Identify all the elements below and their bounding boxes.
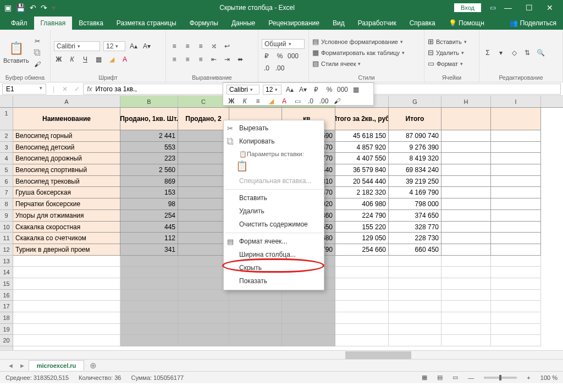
cell[interactable] bbox=[13, 267, 120, 278]
cell[interactable]: 406 980 bbox=[335, 198, 389, 210]
cell[interactable] bbox=[441, 130, 491, 142]
cell[interactable]: Продано, 1кв. Шт. bbox=[120, 108, 178, 130]
indent-inc-icon[interactable]: ⇥ bbox=[222, 54, 232, 64]
cell[interactable] bbox=[441, 278, 491, 290]
tab-formulas[interactable]: Формулы bbox=[183, 16, 225, 30]
row-header[interactable]: 7 bbox=[0, 187, 13, 198]
paste-icon[interactable]: 📋 bbox=[9, 41, 24, 56]
mini-toolbar[interactable]: Calibri▾ 12▾ A▴ A▾ ₽ % 000 ▦ Ж К ≡ ◢ A ▭… bbox=[223, 82, 374, 106]
cell[interactable] bbox=[178, 176, 229, 187]
cell[interactable]: 2 182 320 bbox=[335, 187, 389, 198]
format-painter-icon[interactable]: 🖌 bbox=[32, 59, 42, 69]
cell[interactable]: Наименование bbox=[13, 108, 120, 130]
fx-icon[interactable]: fx bbox=[87, 85, 92, 93]
ctx-clear[interactable]: Очистить содержимое bbox=[224, 218, 324, 231]
cell[interactable] bbox=[491, 108, 541, 130]
cell[interactable]: 328 770 bbox=[389, 222, 441, 233]
tab-layout[interactable]: Разметка страницы bbox=[110, 16, 183, 30]
cell[interactable] bbox=[491, 187, 541, 198]
cell[interactable]: Турник в дверной проем bbox=[13, 244, 120, 256]
cell[interactable] bbox=[178, 187, 229, 198]
cell[interactable] bbox=[441, 335, 491, 346]
cell[interactable] bbox=[120, 335, 178, 346]
cell[interactable] bbox=[335, 301, 389, 312]
cell[interactable] bbox=[229, 312, 282, 324]
cell[interactable]: 254 660 bbox=[335, 244, 389, 256]
align-left-icon[interactable]: ≡ bbox=[169, 54, 179, 64]
row-header[interactable]: 13 bbox=[0, 256, 13, 267]
dec-dec-icon[interactable]: .00 bbox=[275, 63, 285, 73]
cell[interactable]: 45 618 150 bbox=[335, 130, 389, 142]
view-pagebreak-icon[interactable]: ▭ bbox=[452, 374, 458, 381]
cell[interactable] bbox=[335, 278, 389, 290]
cell[interactable] bbox=[178, 278, 229, 290]
view-layout-icon[interactable]: ▤ bbox=[437, 374, 443, 381]
cell[interactable] bbox=[441, 164, 491, 176]
currency-icon[interactable]: ₽ bbox=[262, 51, 272, 61]
mini-size[interactable]: 12▾ bbox=[263, 85, 282, 95]
cell[interactable]: 9 276 390 bbox=[389, 142, 441, 153]
cell[interactable] bbox=[178, 210, 229, 222]
cell[interactable] bbox=[441, 290, 491, 301]
cell[interactable] bbox=[441, 222, 491, 233]
underline-button[interactable]: Ч bbox=[80, 54, 90, 64]
cell[interactable] bbox=[13, 256, 120, 267]
cell[interactable] bbox=[441, 198, 491, 210]
cell[interactable]: Итого за 2кв., руб. bbox=[335, 108, 389, 130]
cell[interactable] bbox=[13, 278, 120, 290]
sort-filter-icon[interactable]: ⇅ bbox=[522, 48, 532, 58]
cell[interactable]: 153 bbox=[120, 187, 178, 198]
cell[interactable] bbox=[178, 142, 229, 153]
row-header[interactable]: 1 bbox=[0, 108, 13, 130]
cell[interactable] bbox=[389, 324, 441, 335]
view-normal-icon[interactable]: ▦ bbox=[422, 374, 427, 381]
cell[interactable] bbox=[282, 335, 335, 346]
fill-icon[interactable]: ▾ bbox=[496, 48, 506, 58]
cell[interactable]: 155 220 bbox=[335, 222, 389, 233]
zoom-level[interactable]: 100 % bbox=[540, 374, 558, 381]
add-sheet-button[interactable]: ⊕ bbox=[85, 360, 101, 372]
cell[interactable]: 129 050 bbox=[335, 233, 389, 244]
select-all-corner[interactable] bbox=[0, 96, 13, 108]
cell[interactable] bbox=[491, 335, 541, 346]
cell[interactable]: 112 bbox=[120, 233, 178, 244]
cell[interactable] bbox=[441, 256, 491, 267]
cell[interactable]: Скакалка скоростная bbox=[13, 222, 120, 233]
copy-icon[interactable]: ⿻ bbox=[32, 48, 42, 58]
cell[interactable] bbox=[282, 312, 335, 324]
mini-borders-icon[interactable]: ▭ bbox=[292, 96, 302, 106]
insert-cells[interactable]: ⊞Вставить ▾ bbox=[428, 37, 467, 46]
paste-label[interactable]: Вставить bbox=[3, 57, 29, 64]
cell[interactable] bbox=[441, 187, 491, 198]
tab-insert[interactable]: Вставка bbox=[72, 16, 110, 30]
conditional-fmt[interactable]: ▤Условное форматирование ▾ bbox=[312, 37, 405, 46]
cell[interactable] bbox=[178, 222, 229, 233]
tab-view[interactable]: Вид bbox=[326, 16, 351, 30]
align-top-icon[interactable]: ≡ bbox=[169, 41, 179, 51]
cell[interactable] bbox=[389, 290, 441, 301]
cell[interactable] bbox=[229, 290, 282, 301]
cell[interactable] bbox=[441, 301, 491, 312]
row-header[interactable]: 19 bbox=[0, 324, 13, 335]
find-icon[interactable]: 🔍 bbox=[536, 48, 545, 58]
col-header[interactable]: G bbox=[389, 96, 441, 107]
row-header[interactable]: 16 bbox=[0, 290, 13, 301]
row-header[interactable]: 18 bbox=[0, 312, 13, 324]
cell[interactable] bbox=[491, 222, 541, 233]
cell[interactable]: 445 bbox=[120, 222, 178, 233]
mini-align-icon[interactable]: ≡ bbox=[253, 96, 263, 106]
col-header[interactable]: C bbox=[178, 96, 229, 107]
cell[interactable]: Велосипед спортивный bbox=[13, 164, 120, 176]
cell[interactable] bbox=[491, 130, 541, 142]
cell[interactable]: Велосипед детский bbox=[13, 142, 120, 153]
mini-currency-icon[interactable]: ₽ bbox=[311, 85, 321, 95]
font-size[interactable]: 12▾ bbox=[103, 41, 125, 51]
cell[interactable]: 2 bbox=[178, 164, 229, 176]
cell[interactable] bbox=[441, 233, 491, 244]
indent-dec-icon[interactable]: ⇤ bbox=[209, 54, 219, 64]
fill-color-icon[interactable]: ◢ bbox=[107, 54, 117, 64]
mini-font[interactable]: Calibri▾ bbox=[227, 85, 260, 95]
cell[interactable] bbox=[178, 244, 229, 256]
cell[interactable] bbox=[120, 324, 178, 335]
font-name[interactable]: Calibri▾ bbox=[54, 41, 100, 51]
